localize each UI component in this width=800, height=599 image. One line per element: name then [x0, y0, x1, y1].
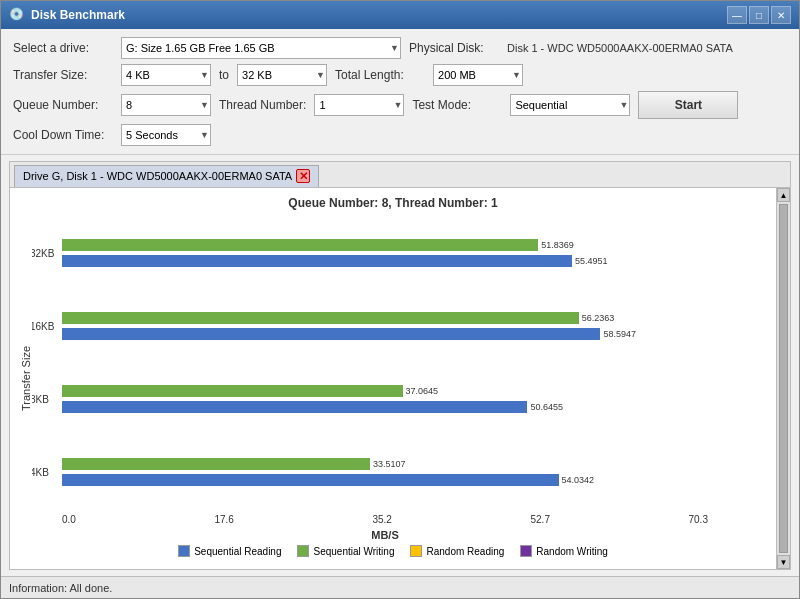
- chart-tab-label: Drive G, Disk 1 - WDC WD5000AAKX-00ERMA0…: [23, 170, 292, 182]
- bar-reading: [62, 255, 572, 267]
- title-bar: 💿 Disk Benchmark — □ ✕: [1, 1, 799, 29]
- legend-color: [410, 545, 422, 557]
- physical-disk-value: Disk 1 - WDC WD5000AAKX-00ERMA0 SATA: [507, 42, 733, 54]
- bar-reading: [62, 474, 559, 486]
- chart-tab-bar: Drive G, Disk 1 - WDC WD5000AAKX-00ERMA0…: [10, 162, 790, 188]
- bar-reading: [62, 328, 600, 340]
- cool-down-wrapper: 5 Seconds ▼: [121, 124, 211, 146]
- drive-select-wrapper: G: Size 1.65 GB Free 1.65 GB ▼: [121, 37, 401, 59]
- legend-color: [297, 545, 309, 557]
- x-axis-area: 0.017.635.252.770.3 MB/S: [32, 512, 768, 541]
- x-tick: 35.2: [372, 514, 391, 525]
- to-label: to: [219, 68, 229, 82]
- drive-select[interactable]: G: Size 1.65 GB Free 1.65 GB: [121, 37, 401, 59]
- bar-row: 58.5947: [62, 327, 708, 341]
- bar-value: 54.0342: [562, 475, 595, 485]
- transfer-size-label: Transfer Size:: [13, 68, 113, 82]
- bar-value: 50.6455: [530, 402, 563, 412]
- legend-item: Sequential Reading: [178, 545, 281, 557]
- bar-writing: [62, 239, 538, 251]
- control-row-transfer: Transfer Size: 4 KB ▼ to 32 KB ▼ Total L…: [13, 64, 787, 86]
- legend-label: Random Reading: [426, 546, 504, 557]
- bar-value: 33.5107: [373, 459, 406, 469]
- bar-row: 33.5107: [62, 457, 708, 471]
- legend-label: Sequential Writing: [313, 546, 394, 557]
- bar-value: 55.4951: [575, 256, 608, 266]
- chart-title: Queue Number: 8, Thread Number: 1: [18, 196, 768, 210]
- start-button[interactable]: Start: [638, 91, 738, 119]
- title-bar-buttons: — □ ✕: [727, 6, 791, 24]
- bar-group: 32KB51.836955.4951: [62, 238, 708, 268]
- transfer-from-wrapper: 4 KB ▼: [121, 64, 211, 86]
- status-bar: Information: All done.: [1, 576, 799, 598]
- control-row-cooldown: Cool Down Time: 5 Seconds ▼: [13, 124, 787, 146]
- total-length-label: Total Length:: [335, 68, 425, 82]
- thread-number-wrapper: 1 ▼: [314, 94, 404, 116]
- bar-writing: [62, 385, 403, 397]
- cool-down-select[interactable]: 5 Seconds: [121, 124, 211, 146]
- scroll-thumb[interactable]: [779, 204, 788, 553]
- bar-row: 37.0645: [62, 384, 708, 398]
- bar-group-label: 4KB: [32, 466, 49, 477]
- chart-tab[interactable]: Drive G, Disk 1 - WDC WD5000AAKX-00ERMA0…: [14, 165, 319, 187]
- window-title: Disk Benchmark: [31, 8, 125, 22]
- scrollbar[interactable]: ▲ ▼: [776, 188, 790, 569]
- legend-item: Sequential Writing: [297, 545, 394, 557]
- transfer-to-select[interactable]: 32 KB: [237, 64, 327, 86]
- bar-writing: [62, 312, 579, 324]
- test-mode-label: Test Mode:: [412, 98, 502, 112]
- test-mode-wrapper: Sequential ▼: [510, 94, 630, 116]
- control-row-queue: Queue Number: 8 ▼ Thread Number: 1 ▼ Tes…: [13, 91, 787, 119]
- x-tick: 17.6: [214, 514, 233, 525]
- scroll-up-button[interactable]: ▲: [777, 188, 790, 202]
- chart-tab-close-button[interactable]: ✕: [296, 169, 310, 183]
- bar-group: 4KB33.510754.0342: [62, 457, 708, 487]
- minimize-button[interactable]: —: [727, 6, 747, 24]
- chart-container: Drive G, Disk 1 - WDC WD5000AAKX-00ERMA0…: [9, 161, 791, 570]
- legend-color: [178, 545, 190, 557]
- x-axis-ticks: 0.017.635.252.770.3: [62, 512, 708, 527]
- test-mode-select[interactable]: Sequential: [510, 94, 630, 116]
- window-icon: 💿: [9, 7, 25, 23]
- bar-group: 16KB56.236358.5947: [62, 311, 708, 341]
- total-length-wrapper: 200 MB ▼: [433, 64, 523, 86]
- control-row-drive: Select a drive: G: Size 1.65 GB Free 1.6…: [13, 37, 787, 59]
- bar-row: 56.2363: [62, 311, 708, 325]
- close-button[interactable]: ✕: [771, 6, 791, 24]
- bar-row: 54.0342: [62, 473, 708, 487]
- chart-legend: Sequential ReadingSequential WritingRand…: [18, 541, 768, 561]
- bar-reading: [62, 401, 527, 413]
- physical-disk-label: Physical Disk:: [409, 41, 499, 55]
- main-window: 💿 Disk Benchmark — □ ✕ Select a drive: G…: [0, 0, 800, 599]
- legend-label: Random Writing: [536, 546, 608, 557]
- scroll-down-button[interactable]: ▼: [777, 555, 790, 569]
- legend-item: Random Writing: [520, 545, 608, 557]
- status-text: Information: All done.: [9, 582, 112, 594]
- bar-group-label: 32KB: [32, 247, 54, 258]
- thread-number-label: Thread Number:: [219, 98, 306, 112]
- y-axis-label: Transfer Size: [18, 216, 32, 541]
- chart-plot-area: 32KB51.836955.495116KB56.236358.59478KB3…: [32, 216, 768, 512]
- x-tick: 70.3: [689, 514, 708, 525]
- queue-number-wrapper: 8 ▼: [121, 94, 211, 116]
- total-length-select[interactable]: 200 MB: [433, 64, 523, 86]
- chart-inner: Queue Number: 8, Thread Number: 1 Transf…: [10, 188, 776, 569]
- bar-writing: [62, 458, 370, 470]
- queue-number-select[interactable]: 8: [121, 94, 211, 116]
- legend-item: Random Reading: [410, 545, 504, 557]
- select-drive-label: Select a drive:: [13, 41, 113, 55]
- bar-group: 8KB37.064550.6455: [62, 384, 708, 414]
- maximize-button[interactable]: □: [749, 6, 769, 24]
- title-bar-left: 💿 Disk Benchmark: [9, 7, 125, 23]
- bar-row: 55.4951: [62, 254, 708, 268]
- bar-group-label: 8KB: [32, 393, 49, 404]
- bar-row: 51.8369: [62, 238, 708, 252]
- thread-number-select[interactable]: 1: [314, 94, 404, 116]
- bar-row: 50.6455: [62, 400, 708, 414]
- legend-label: Sequential Reading: [194, 546, 281, 557]
- controls-area: Select a drive: G: Size 1.65 GB Free 1.6…: [1, 29, 799, 155]
- chart-body: 32KB51.836955.495116KB56.236358.59478KB3…: [32, 216, 768, 541]
- bar-value: 37.0645: [406, 386, 439, 396]
- bar-value: 51.8369: [541, 240, 574, 250]
- transfer-from-select[interactable]: 4 KB: [121, 64, 211, 86]
